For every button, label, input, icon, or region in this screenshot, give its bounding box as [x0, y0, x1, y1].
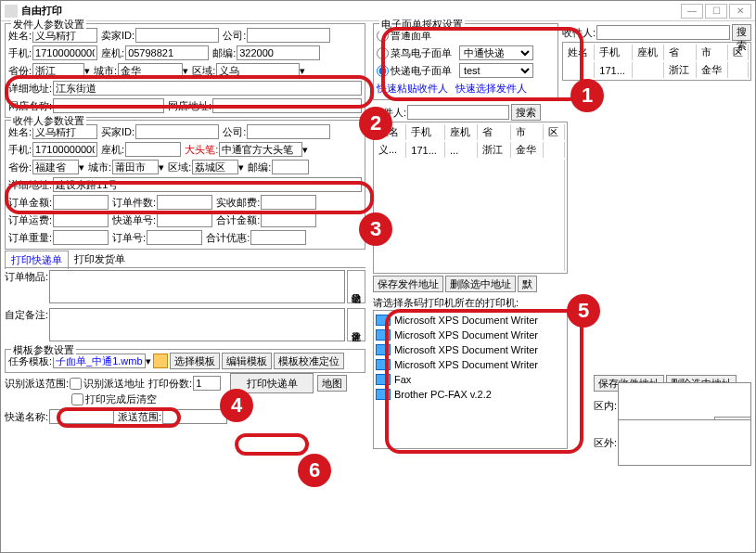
copies-input[interactable]	[193, 376, 221, 391]
tab-delivery[interactable]: 打印发货单	[69, 251, 131, 268]
close-button[interactable]: ✕	[729, 4, 751, 19]
label: 买家ID:	[101, 125, 135, 139]
label: 自定备注:	[5, 308, 48, 322]
order-no[interactable]	[147, 230, 202, 245]
printer-item[interactable]: Fax	[376, 372, 565, 387]
out-area[interactable]	[618, 419, 751, 466]
label: 派送范围:	[118, 410, 161, 424]
recv-city[interactable]	[112, 160, 159, 174]
recv-tel[interactable]	[125, 142, 181, 157]
label: 识别派送范围:	[5, 377, 69, 391]
printer-item[interactable]: Microsoft XPS Document Writer	[376, 342, 565, 357]
sender-addr[interactable]	[53, 81, 362, 96]
recv-addr[interactable]	[53, 177, 362, 192]
postage[interactable]	[261, 195, 316, 210]
label: 打印份数:	[148, 377, 192, 391]
recv-zip[interactable]	[272, 160, 309, 174]
tab-express[interactable]: 打印快递单	[5, 251, 69, 269]
cainiao-radio[interactable]	[377, 47, 389, 59]
label: 手机:	[8, 46, 32, 60]
label: 合计金额:	[216, 213, 260, 227]
chevron-down-icon[interactable]: ▾	[183, 65, 188, 77]
printer-icon	[376, 315, 391, 326]
recv-prov[interactable]	[32, 160, 79, 174]
min-button[interactable]: —	[681, 4, 703, 19]
sender-phone[interactable]	[32, 45, 97, 60]
clear-after-print-check[interactable]	[71, 393, 83, 405]
send-search-button[interactable]: 搜索	[511, 104, 541, 121]
callout-1: 1	[570, 79, 604, 112]
chevron-down-icon[interactable]: ▾	[159, 161, 164, 174]
delivery-range[interactable]	[162, 409, 227, 424]
table-row[interactable]: 171...浙江金华	[565, 62, 749, 78]
choose-template-button[interactable]: 选择模板	[170, 353, 220, 369]
edit-template-button[interactable]: 编辑模板	[222, 353, 272, 369]
default-button[interactable]: 默	[518, 276, 537, 292]
express-radio[interactable]	[377, 65, 389, 77]
send-search-input[interactable]	[407, 105, 509, 120]
order-amt[interactable]	[53, 195, 109, 210]
send-table: 姓名手机座机省市区 义...171......浙江金华	[373, 122, 568, 274]
label: 快递名称:	[5, 410, 48, 424]
printer-item[interactable]: Microsoft XPS Document Writer	[376, 357, 565, 372]
sender-prov[interactable]	[32, 63, 84, 78]
printer-label: 请选择条码打印机所在的打印机:	[373, 296, 751, 310]
order-qty[interactable]	[157, 195, 212, 210]
del-sender-button[interactable]: 删除选中地址	[445, 276, 516, 292]
shop-name[interactable]	[53, 98, 164, 113]
remark-history-button[interactable]: 备注记录	[347, 308, 365, 341]
bigpen-label: 大头笔:	[185, 143, 218, 157]
chevron-down-icon[interactable]: ▾	[300, 65, 305, 77]
recv-search-button[interactable]: 搜索	[732, 24, 751, 41]
goods-input[interactable]	[49, 270, 345, 303]
remark-input[interactable]	[49, 308, 345, 341]
sender-dist[interactable]	[216, 63, 300, 78]
chevron-down-icon[interactable]: ▾	[84, 65, 90, 77]
sender-company[interactable]	[247, 28, 330, 43]
discount[interactable]	[250, 230, 306, 245]
chevron-down-icon[interactable]: ▾	[238, 161, 244, 174]
printer-item[interactable]: Brother PC-FAX v.2.2	[376, 387, 565, 402]
express-name[interactable]	[49, 409, 114, 424]
table-row[interactable]: 义...171......浙江金华	[376, 142, 565, 158]
recv-company[interactable]	[247, 124, 330, 139]
label: 订单件数:	[112, 196, 156, 210]
chevron-down-icon[interactable]: ▾	[302, 144, 308, 156]
receiver-group-title: 收件人参数设置	[11, 114, 86, 128]
paste-recv-link[interactable]: 快速粘贴收件人	[377, 82, 448, 96]
recv-search-input[interactable]	[596, 25, 730, 40]
bigpen[interactable]	[219, 142, 302, 157]
label: 订单金额:	[8, 196, 52, 210]
calibrate-button[interactable]: 模板校准定位	[274, 353, 344, 369]
label: 订单重量:	[8, 231, 52, 245]
seller-id[interactable]	[135, 28, 219, 43]
max-button[interactable]: ☐	[705, 4, 727, 19]
label: 省份:	[8, 161, 32, 174]
chevron-down-icon[interactable]: ▾	[146, 355, 151, 367]
save-sender-button[interactable]: 保存发件地址	[373, 276, 443, 292]
ship-fee[interactable]	[53, 212, 109, 227]
account-select[interactable]: test	[459, 63, 533, 78]
express-no[interactable]	[157, 212, 212, 227]
shop-url[interactable]	[212, 98, 362, 113]
sender-zip[interactable]	[237, 45, 320, 60]
goods-history-button[interactable]: 物品记录	[347, 270, 365, 303]
map-button[interactable]: 地图	[317, 375, 347, 392]
label: 合计优惠:	[206, 231, 250, 245]
carrier-select[interactable]: 中通快递	[459, 45, 533, 60]
folder-icon[interactable]	[153, 354, 168, 368]
label: 公司:	[223, 29, 246, 43]
label: 省份:	[8, 64, 32, 78]
recv-phone[interactable]	[32, 142, 97, 157]
weight[interactable]	[53, 230, 109, 245]
recv-dist[interactable]	[192, 160, 238, 174]
sender-city[interactable]	[118, 63, 183, 78]
quick-sender-link[interactable]: 快速选择发件人	[455, 82, 527, 96]
buyer-id[interactable]	[135, 124, 219, 139]
sender-tel[interactable]	[125, 45, 209, 60]
recognize-addr-check[interactable]	[70, 378, 82, 390]
chevron-down-icon[interactable]: ▾	[79, 161, 84, 174]
printer-item[interactable]: Microsoft XPS Document Writer	[376, 328, 565, 342]
printer-item[interactable]: Microsoft XPS Document Writer	[376, 313, 565, 328]
total[interactable]	[261, 212, 316, 227]
